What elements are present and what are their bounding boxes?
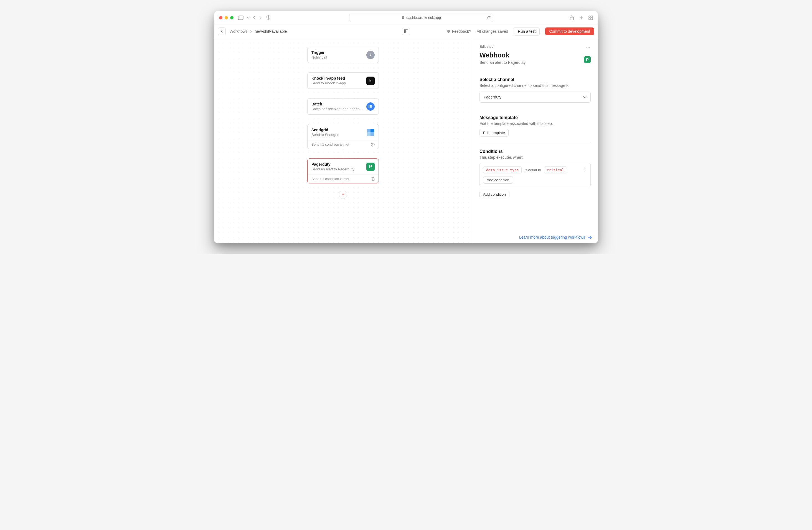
divider [479, 109, 591, 109]
pagerduty-icon: P [366, 162, 375, 171]
svg-point-17 [369, 106, 369, 107]
svg-rect-19 [367, 132, 371, 136]
browser-window: dashboard.knock.app Workflows new-shift-… [214, 11, 598, 243]
minimize-window-button[interactable] [224, 16, 228, 19]
node-subtitle: Send to Knock in-app [311, 81, 346, 85]
section-subtitle-conditions: This step executes when: [479, 155, 591, 160]
svg-rect-12 [404, 30, 405, 33]
breadcrumb: Workflows new-shift-available [230, 29, 287, 33]
node-title: Trigger [311, 50, 327, 55]
divider [479, 71, 591, 71]
node-subtitle: Send to Sendgrid [311, 133, 339, 137]
edit-step-panel: Edit step ⋯ Webhook Send an alert to Pag… [472, 38, 598, 243]
node-knock-in-app[interactable]: Knock in-app feed Send to Knock in-app k [307, 72, 379, 89]
node-condition-summary: Sent if 1 condition is met [311, 143, 349, 146]
nav-forward-icon[interactable] [259, 16, 262, 20]
svg-rect-0 [238, 16, 243, 20]
condition-row[interactable]: data.issue_type is equal to critical ⋮ [483, 167, 587, 173]
svg-rect-7 [589, 16, 591, 17]
svg-rect-20 [371, 129, 374, 132]
section-title-conditions: Conditions [479, 149, 591, 154]
toolbar-left-group [238, 16, 262, 20]
run-test-button[interactable]: Run a test [513, 27, 540, 35]
panel-label: Edit step [479, 44, 494, 48]
edit-template-button[interactable]: Edit template [479, 129, 509, 137]
add-condition-inner-button[interactable]: Add condition [483, 176, 513, 184]
list-icon [366, 102, 375, 111]
info-icon[interactable] [371, 143, 375, 146]
window-controls [219, 16, 233, 19]
add-step-button[interactable]: + [339, 191, 347, 199]
channel-select-value: Pagerduty [484, 95, 502, 99]
panel-title: Webhook [479, 51, 526, 59]
bolt-icon [366, 51, 375, 59]
node-title: Sendgrid [311, 128, 339, 132]
node-trigger[interactable]: Trigger Notify call [307, 47, 379, 63]
section-title-template: Message template [479, 115, 591, 120]
browser-titlebar: dashboard.knock.app [214, 11, 598, 25]
nav-back-icon[interactable] [253, 16, 256, 20]
close-window-button[interactable] [219, 16, 222, 19]
section-subtitle-channel: Select a configured channel to send this… [479, 83, 591, 88]
workflow-canvas[interactable]: Trigger Notify call Knock in-app feed [214, 38, 472, 243]
section-title-channel: Select a channel [479, 77, 591, 82]
connector [343, 115, 343, 124]
connector [343, 149, 343, 158]
node-sendgrid[interactable]: Sendgrid Send to Sendgrid Sent if 1 cond… [307, 124, 379, 149]
section-subtitle-template: Edit the template associated with this s… [479, 121, 591, 126]
save-status: All changes saved [477, 29, 508, 33]
sidebar-icon[interactable] [238, 16, 244, 20]
breadcrumb-root[interactable]: Workflows [230, 29, 247, 33]
chevron-left-icon [221, 30, 223, 33]
maximize-window-button[interactable] [230, 16, 233, 19]
new-tab-icon[interactable] [579, 16, 583, 20]
condition-group: data.issue_type is equal to critical ⋮ A… [479, 163, 591, 187]
learn-more-link[interactable]: Learn more about triggering workflows [472, 231, 598, 243]
back-button[interactable] [218, 27, 226, 35]
address-bar[interactable]: dashboard.knock.app [349, 14, 493, 22]
condition-operator: is equal to [524, 168, 541, 172]
svg-rect-22 [371, 132, 374, 136]
node-subtitle: Send an alert to Pagerduty [311, 167, 354, 171]
arrow-right-icon [588, 235, 592, 239]
share-icon[interactable] [570, 15, 574, 20]
info-icon[interactable] [371, 177, 375, 181]
svg-point-25 [373, 143, 373, 144]
node-subtitle: Batch per recipient and per co… [311, 107, 363, 111]
app-topbar: Workflows new-shift-available Feedback? … [214, 25, 598, 38]
svg-rect-8 [591, 16, 593, 17]
megaphone-icon [446, 29, 450, 33]
refresh-icon[interactable] [487, 16, 491, 20]
node-title: Batch [311, 102, 363, 106]
chevron-down-icon[interactable] [247, 17, 250, 18]
condition-more-icon[interactable]: ⋮ [583, 167, 587, 173]
svg-point-18 [369, 108, 369, 108]
chevron-right-icon [250, 30, 252, 33]
svg-rect-21 [367, 129, 371, 132]
svg-point-16 [369, 105, 369, 106]
feedback-button[interactable]: Feedback? [446, 29, 471, 33]
feedback-label: Feedback? [452, 29, 471, 33]
add-condition-outer-button[interactable]: Add condition [479, 191, 509, 198]
divider [479, 143, 591, 143]
content-area: Trigger Notify call Knock in-app feed [214, 38, 598, 243]
shield-icon[interactable] [266, 15, 271, 20]
learn-more-label: Learn more about triggering workflows [519, 235, 585, 240]
condition-value: critical [544, 167, 567, 173]
channel-select[interactable]: Pagerduty [479, 91, 591, 103]
lock-icon [402, 16, 405, 19]
panel-subtitle: Send an alert to Pagerduty [479, 60, 526, 65]
node-batch[interactable]: Batch Batch per recipient and per co… [307, 98, 379, 115]
commit-button[interactable]: Commit to development [545, 27, 594, 35]
panel-toggle-button[interactable] [402, 28, 410, 35]
breadcrumb-current: new-shift-available [255, 29, 287, 33]
knock-icon: k [366, 76, 375, 85]
connector [343, 63, 343, 72]
tabs-overview-icon[interactable] [589, 16, 593, 20]
svg-point-28 [373, 178, 373, 178]
more-icon[interactable]: ⋯ [586, 44, 591, 50]
node-pagerduty[interactable]: Pagerduty Send an alert to Pagerduty P S… [307, 158, 379, 183]
svg-rect-9 [589, 18, 591, 20]
address-bar-url: dashboard.knock.app [406, 16, 441, 20]
svg-rect-3 [402, 17, 404, 19]
